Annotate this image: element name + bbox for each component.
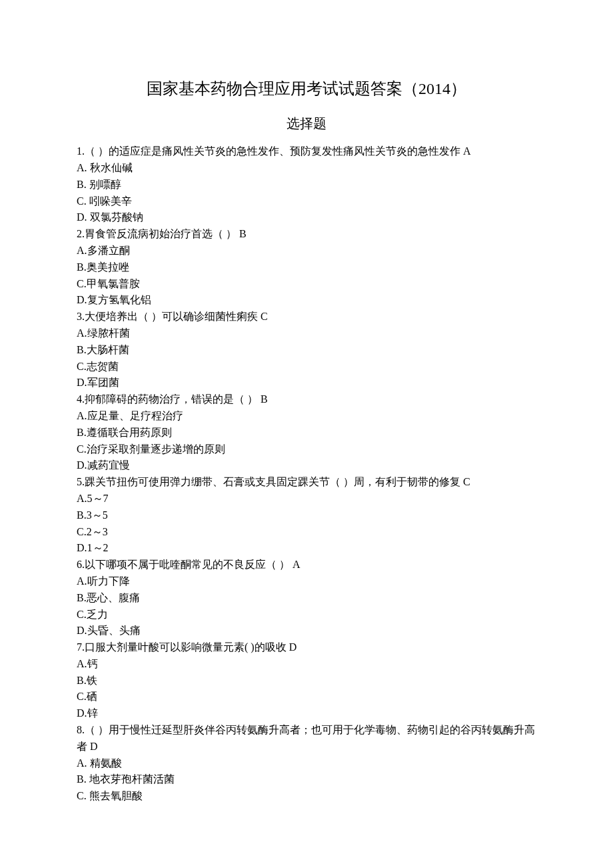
section-heading: 选择题 bbox=[77, 113, 536, 134]
question-stem: 4.抑郁障碍的药物治疗，错误的是（ ） B bbox=[77, 391, 536, 408]
question-option: B. 地衣芽孢杆菌活菌 bbox=[77, 771, 536, 788]
question-option: C.甲氧氯普胺 bbox=[77, 276, 536, 293]
question-block: 6.以下哪项不属于吡喹酮常见的不良反应（ ） A A.听力下降 B.恶心、腹痛 … bbox=[77, 557, 536, 639]
question-option: A.钙 bbox=[77, 656, 536, 673]
question-option: A. 精氨酸 bbox=[77, 755, 536, 772]
question-option: B.遵循联合用药原则 bbox=[77, 425, 536, 441]
question-stem: 8.（ ）用于慢性迁延型肝炎伴谷丙转氨酶升高者；也可用于化学毒物、药物引起的谷丙… bbox=[77, 722, 536, 755]
question-option: B.恶心、腹痛 bbox=[77, 590, 536, 607]
question-stem: 2.胃食管反流病初始治疗首选（ ） B bbox=[77, 226, 536, 243]
question-option: C.治疗采取剂量逐步递增的原则 bbox=[77, 441, 536, 458]
question-block: 2.胃食管反流病初始治疗首选（ ） B A.多潘立酮 B.奥美拉唑 C.甲氧氯普… bbox=[77, 226, 536, 309]
question-option: A.5～7 bbox=[77, 491, 536, 507]
question-option: B. 别嘌醇 bbox=[77, 177, 536, 193]
question-stem: 1.（ ）的适应症是痛风性关节炎的急性发作、预防复发性痛风性关节炎的急性发作 A bbox=[77, 143, 536, 160]
question-option: D.复方氢氧化铝 bbox=[77, 292, 536, 309]
question-option: A. 秋水仙碱 bbox=[77, 160, 536, 177]
question-option: A.听力下降 bbox=[77, 573, 536, 590]
question-option: D. 双氯芬酸钠 bbox=[77, 209, 536, 226]
question-option: B.铁 bbox=[77, 673, 536, 689]
question-option: B.大肠杆菌 bbox=[77, 342, 536, 359]
question-option: D.军团菌 bbox=[77, 375, 536, 391]
question-stem: 3.大便培养出（ ）可以确诊细菌性痢疾 C bbox=[77, 309, 536, 325]
question-option: D.减药宜慢 bbox=[77, 457, 536, 474]
question-option: B.3～5 bbox=[77, 507, 536, 524]
question-option: C. 吲哚美辛 bbox=[77, 193, 536, 210]
question-option: A.多潘立酮 bbox=[77, 243, 536, 259]
question-option: D.1～2 bbox=[77, 540, 536, 557]
question-option: C.2～3 bbox=[77, 524, 536, 541]
question-option: B.奥美拉唑 bbox=[77, 259, 536, 276]
question-block: 1.（ ）的适应症是痛风性关节炎的急性发作、预防复发性痛风性关节炎的急性发作 A… bbox=[77, 143, 536, 226]
question-option: D.锌 bbox=[77, 705, 536, 722]
question-block: 4.抑郁障碍的药物治疗，错误的是（ ） B A.应足量、足疗程治疗 B.遵循联合… bbox=[77, 391, 536, 474]
question-block: 3.大便培养出（ ）可以确诊细菌性痢疾 C A.绿脓杆菌 B.大肠杆菌 C.志贺… bbox=[77, 309, 536, 391]
question-option: A.应足量、足疗程治疗 bbox=[77, 408, 536, 425]
question-stem: 7.口服大剂量叶酸可以影响微量元素( )的吸收 D bbox=[77, 639, 536, 656]
question-option: C.志贺菌 bbox=[77, 359, 536, 375]
question-option: A.绿脓杆菌 bbox=[77, 325, 536, 342]
question-stem: 6.以下哪项不属于吡喹酮常见的不良反应（ ） A bbox=[77, 557, 536, 573]
question-block: 8.（ ）用于慢性迁延型肝炎伴谷丙转氨酶升高者；也可用于化学毒物、药物引起的谷丙… bbox=[77, 722, 536, 805]
question-option: D.头昏、头痛 bbox=[77, 623, 536, 639]
question-stem: 5.踝关节扭伤可使用弹力绷带、石膏或支具固定踝关节（ ）周，有利于韧带的修复 C bbox=[77, 474, 536, 491]
question-option: C.硒 bbox=[77, 689, 536, 705]
question-option: C.乏力 bbox=[77, 607, 536, 623]
document-page: 国家基本药物合理应用考试试题答案（2014） 选择题 1.（ ）的适应症是痛风性… bbox=[0, 0, 613, 868]
document-title: 国家基本药物合理应用考试试题答案（2014） bbox=[77, 77, 536, 101]
question-option: C. 熊去氧胆酸 bbox=[77, 788, 536, 805]
question-block: 7.口服大剂量叶酸可以影响微量元素( )的吸收 D A.钙 B.铁 C.硒 D.… bbox=[77, 639, 536, 722]
question-block: 5.踝关节扭伤可使用弹力绷带、石膏或支具固定踝关节（ ）周，有利于韧带的修复 C… bbox=[77, 474, 536, 557]
